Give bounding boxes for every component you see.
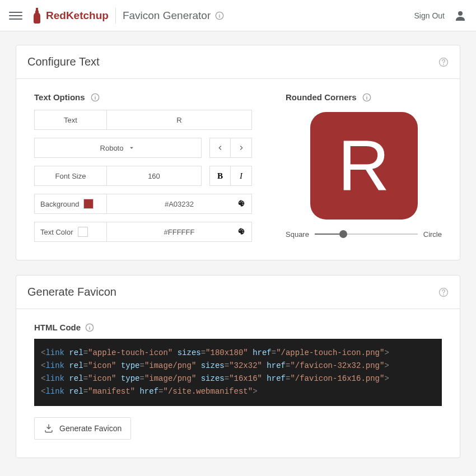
svg-point-11 bbox=[242, 202, 244, 203]
corner-radius-slider[interactable] bbox=[315, 228, 418, 240]
info-icon[interactable] bbox=[91, 93, 100, 102]
color-picker-icon[interactable] bbox=[237, 199, 246, 208]
text-options-section: Text Options Text Roboto bbox=[34, 92, 252, 242]
font-size-label: Font Size bbox=[34, 166, 107, 186]
bottle-icon bbox=[31, 8, 43, 24]
generate-favicon-button[interactable]: Generate Favicon bbox=[34, 417, 131, 440]
svg-point-9 bbox=[240, 202, 241, 203]
rounded-corners-section: Rounded Corners R Square bbox=[286, 92, 442, 242]
chevron-left-icon bbox=[216, 144, 224, 152]
info-icon[interactable] bbox=[85, 323, 94, 332]
generate-title: Generate Favicon bbox=[27, 286, 438, 298]
font-size-input[interactable] bbox=[107, 166, 201, 185]
text-color-input[interactable] bbox=[107, 222, 251, 241]
font-next-button[interactable] bbox=[231, 138, 252, 158]
configure-title: Configure Text bbox=[27, 55, 438, 68]
brand-logo[interactable]: RedKetchup bbox=[31, 8, 109, 24]
rounded-corners-heading: Rounded Corners bbox=[286, 92, 357, 102]
text-input[interactable] bbox=[107, 110, 251, 129]
svg-point-13 bbox=[240, 230, 241, 231]
svg-point-10 bbox=[241, 201, 242, 202]
page-title: Favicon Generator bbox=[123, 10, 211, 22]
background-input[interactable] bbox=[107, 194, 251, 213]
favicon-preview: R bbox=[310, 112, 418, 220]
background-swatch[interactable] bbox=[83, 199, 94, 209]
html-code-heading: HTML Code bbox=[34, 323, 81, 332]
header-divider bbox=[115, 8, 116, 24]
info-icon[interactable] bbox=[215, 11, 224, 20]
info-icon[interactable] bbox=[362, 93, 371, 102]
svg-point-5 bbox=[444, 64, 444, 65]
app-header: RedKetchup Favicon Generator Sign Out bbox=[0, 0, 476, 31]
svg-point-14 bbox=[241, 229, 242, 230]
text-color-swatch[interactable] bbox=[78, 227, 88, 237]
square-label: Square bbox=[286, 230, 309, 239]
font-prev-button[interactable] bbox=[209, 138, 231, 158]
menu-icon[interactable] bbox=[9, 9, 22, 22]
sign-out-link[interactable]: Sign Out bbox=[414, 11, 445, 20]
configure-text-card: Configure Text Text Options Text bbox=[16, 45, 460, 260]
download-icon bbox=[44, 423, 54, 433]
help-icon[interactable] bbox=[438, 287, 449, 297]
circle-label: Circle bbox=[423, 230, 442, 239]
font-select[interactable]: Roboto bbox=[34, 138, 202, 158]
text-color-label: Text Color bbox=[34, 222, 107, 242]
svg-point-12 bbox=[242, 204, 244, 205]
caret-down-icon bbox=[128, 144, 136, 152]
svg-point-3 bbox=[458, 11, 463, 16]
text-label: Text bbox=[34, 110, 107, 130]
text-options-heading: Text Options bbox=[34, 92, 85, 102]
chevron-right-icon bbox=[237, 144, 245, 152]
svg-point-16 bbox=[242, 232, 244, 233]
color-picker-icon[interactable] bbox=[237, 227, 246, 236]
svg-point-15 bbox=[242, 230, 244, 231]
preview-letter: R bbox=[338, 130, 389, 202]
font-name: Roboto bbox=[100, 144, 124, 152]
account-icon[interactable] bbox=[454, 9, 467, 22]
bold-button[interactable]: B bbox=[209, 166, 231, 186]
html-code-block[interactable]: <link rel="apple-touch-icon" sizes="180x… bbox=[34, 339, 442, 406]
svg-point-21 bbox=[444, 295, 444, 295]
generate-favicon-card: Generate Favicon HTML Code <link rel="ap… bbox=[16, 275, 460, 458]
generate-button-label: Generate Favicon bbox=[59, 424, 122, 433]
brand-name: RedKetchup bbox=[46, 10, 109, 22]
help-icon[interactable] bbox=[438, 57, 449, 67]
background-label: Background bbox=[34, 194, 107, 214]
italic-button[interactable]: I bbox=[231, 166, 252, 186]
